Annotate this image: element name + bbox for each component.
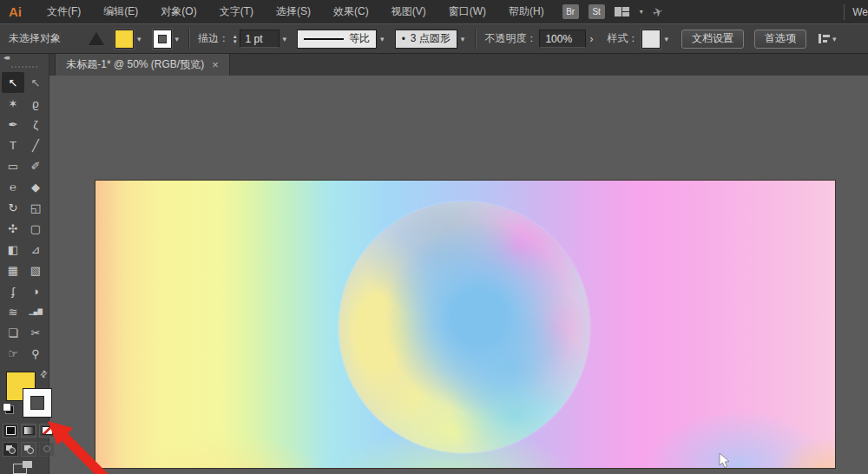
draw-behind-button[interactable] xyxy=(21,442,36,457)
scale-tool[interactable]: ◱ xyxy=(24,197,47,218)
collapse-panel-icon[interactable]: ◂◂ xyxy=(3,53,8,62)
gradient-tool[interactable]: ▧ xyxy=(24,260,47,280)
style-swatch[interactable] xyxy=(641,30,661,49)
blend-tool[interactable]: ◑ xyxy=(24,280,47,301)
eraser-tool[interactable]: ◆ xyxy=(24,176,47,197)
gradient-button[interactable] xyxy=(21,424,36,438)
rotate-tool-icon: ↻ xyxy=(9,201,18,214)
menu-help[interactable]: 帮助(H) xyxy=(497,4,556,19)
gradient-mesh-circle[interactable] xyxy=(339,201,590,453)
magic-wand-tool[interactable]: ✶ xyxy=(2,93,24,114)
width-tool[interactable]: ✣ xyxy=(2,218,24,239)
gradient-tool-icon: ▧ xyxy=(30,264,41,277)
tool-grid: ↖ ↖ ✶ ϱ ✒ ζ T ╱ ▭ ✐ ℮ ◆ ↻ ◱ ✣ ▢ ◧ ⊿ ▦ ▧ … xyxy=(2,72,47,364)
stroke-profile-dropdown[interactable]: 等比 xyxy=(297,30,377,49)
menu-select[interactable]: 选择(S) xyxy=(265,4,322,19)
workspace-switcher-icon[interactable] xyxy=(615,7,630,17)
document-tab[interactable]: 未标题-1* @ 50% (RGB/预览) × xyxy=(55,52,230,76)
artboard[interactable] xyxy=(95,181,835,468)
chevron-down-icon[interactable]: ▾ xyxy=(175,35,180,43)
symbol-sprayer-tool[interactable]: ≋ xyxy=(2,301,24,322)
selection-status: 未选择对象 xyxy=(9,31,82,46)
stock-button[interactable]: St xyxy=(589,4,605,19)
selection-tool-icon: ↖ xyxy=(9,76,18,89)
cs-live-icon[interactable]: ✈ xyxy=(650,3,664,20)
workspace-label[interactable]: We xyxy=(852,6,868,18)
color-button[interactable] xyxy=(3,424,18,438)
eyedropper-tool[interactable]: ʄ xyxy=(2,280,24,301)
rectangle-tool[interactable]: ▭ xyxy=(2,155,24,176)
draw-inside-button[interactable] xyxy=(39,442,55,457)
stroke-profile-value: 等比 xyxy=(349,31,370,46)
menu-view[interactable]: 视图(V) xyxy=(380,4,437,19)
shape-builder-tool-icon: ◧ xyxy=(8,243,18,256)
workspace-label-area: We xyxy=(844,0,868,23)
pen-tool[interactable]: ✒ xyxy=(2,114,24,135)
chevron-down-icon[interactable]: ▾ xyxy=(832,35,837,43)
curvature-tool[interactable]: ζ xyxy=(24,114,47,135)
none-button[interactable] xyxy=(39,424,55,438)
canvas[interactable] xyxy=(49,76,868,474)
slice-tool-icon: ✂ xyxy=(31,326,41,339)
menu-type[interactable]: 文字(T) xyxy=(208,4,265,19)
paintbrush-tool[interactable]: ✐ xyxy=(24,155,47,176)
default-fill-stroke-icon[interactable] xyxy=(3,403,14,414)
chevron-down-icon[interactable]: ▾ xyxy=(640,9,643,16)
draw-normal-button[interactable] xyxy=(3,442,18,457)
chevron-down-icon[interactable]: ▾ xyxy=(664,35,668,43)
artboard-tool[interactable]: ❏ xyxy=(2,322,24,343)
document-tab-bar: 未标题-1* @ 50% (RGB/预览) × xyxy=(49,52,868,76)
magic-wand-tool-icon: ✶ xyxy=(9,97,18,110)
lasso-tool[interactable]: ϱ xyxy=(24,93,47,114)
shape-builder-tool[interactable]: ◧ xyxy=(2,239,24,260)
close-icon[interactable]: × xyxy=(212,59,219,70)
hand-tool-icon: ☞ xyxy=(8,347,18,360)
free-transform-tool[interactable]: ▢ xyxy=(24,218,47,239)
stroke-proxy-swatch[interactable] xyxy=(23,388,52,418)
chevron-down-icon[interactable]: ▾ xyxy=(380,35,385,43)
menu-object[interactable]: 对象(O) xyxy=(149,4,207,19)
chevron-down-icon[interactable]: ▾ xyxy=(137,35,141,43)
paintbrush-tool-icon: ✐ xyxy=(31,160,41,173)
stroke-weight-field[interactable]: 1 pt xyxy=(240,30,279,48)
mesh-tool[interactable]: ▦ xyxy=(2,260,24,280)
pen-tool-icon: ✒ xyxy=(9,118,18,131)
gradient-icon xyxy=(23,426,35,435)
zoom-tool[interactable]: ⚲ xyxy=(24,343,47,364)
stepper-down-icon[interactable]: ▾ xyxy=(233,39,237,44)
selection-tool[interactable]: ↖ xyxy=(2,72,24,93)
opacity-more-button[interactable]: › xyxy=(589,33,593,45)
type-tool[interactable]: T xyxy=(2,135,24,155)
preferences-button[interactable]: 首选项 xyxy=(754,30,806,49)
fill-color-swatch[interactable] xyxy=(115,30,134,49)
column-graph-tool[interactable]: ▁▄▇ xyxy=(24,301,47,322)
slice-tool[interactable]: ✂ xyxy=(24,322,47,343)
panel-menu-icon[interactable] xyxy=(819,34,829,43)
menu-file[interactable]: 文件(F) xyxy=(36,4,92,19)
panel-drag-handle[interactable] xyxy=(11,66,37,68)
blob-brush-tool[interactable]: ℮ xyxy=(2,176,24,197)
stroke-color-swatch[interactable] xyxy=(153,30,172,49)
drawing-mode-buttons xyxy=(3,442,55,457)
rotate-tool[interactable]: ↻ xyxy=(2,197,24,218)
hand-tool[interactable]: ☞ xyxy=(2,343,24,364)
lasso-tool-icon: ϱ xyxy=(32,97,38,110)
screen-mode-button[interactable] xyxy=(13,461,32,472)
document-tab-title: 未标题-1* @ 50% (RGB/预览) xyxy=(66,57,204,72)
line-segment-tool[interactable]: ╱ xyxy=(24,135,47,155)
chevron-down-icon[interactable]: ▾ xyxy=(461,35,465,43)
stroke-weight-stepper[interactable]: ▴ ▾ xyxy=(233,34,237,44)
menu-effect[interactable]: 效果(C) xyxy=(322,4,380,19)
chevron-down-icon[interactable]: ▾ xyxy=(283,35,287,43)
free-transform-tool-icon: ▢ xyxy=(30,222,41,235)
menu-window[interactable]: 窗口(W) xyxy=(437,4,497,19)
swap-fill-stroke-icon[interactable]: ⇄ xyxy=(37,368,49,380)
direct-selection-tool-icon: ↖ xyxy=(31,76,41,89)
opacity-field[interactable]: 100% xyxy=(539,30,586,48)
brush-dropdown[interactable]: • 3 点圆形 xyxy=(395,30,457,49)
perspective-grid-tool[interactable]: ⊿ xyxy=(24,239,47,260)
direct-selection-tool[interactable]: ↖ xyxy=(24,72,47,93)
document-setup-button[interactable]: 文档设置 xyxy=(681,30,744,49)
bridge-button[interactable]: Br xyxy=(562,4,579,19)
menu-edit[interactable]: 编辑(E) xyxy=(92,4,149,19)
